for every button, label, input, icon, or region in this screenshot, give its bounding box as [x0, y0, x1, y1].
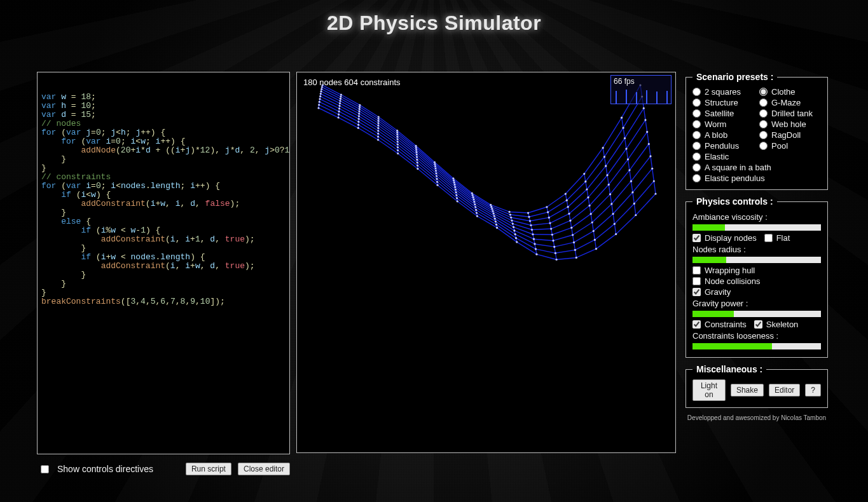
svg-line-20 [584, 174, 586, 182]
preset-radio-pool[interactable]: Pool [759, 141, 821, 151]
svg-point-391 [568, 213, 570, 215]
preset-radio-elastic-pendulus[interactable]: Elastic pendulus [692, 173, 821, 183]
preset-label: 2 squares [705, 87, 741, 97]
svg-point-466 [631, 191, 633, 193]
render-stage[interactable]: 180 nodes 604 constraints 66 fps [296, 72, 676, 453]
preset-radio-structure[interactable]: Structure [692, 98, 754, 107]
looseness-slider[interactable] [692, 343, 821, 349]
preset-radio-input[interactable] [759, 98, 768, 107]
preset-radio-2-squares[interactable]: 2 squares [692, 87, 754, 97]
preset-radio-input[interactable] [692, 163, 701, 172]
svg-point-380 [358, 111, 360, 112]
svg-line-289 [477, 213, 497, 224]
gravity-checkbox[interactable] [692, 288, 701, 296]
fps-meter: 66 fps [610, 75, 672, 104]
svg-line-6 [378, 117, 397, 130]
preset-radio-elastic[interactable]: Elastic [692, 152, 821, 161]
editor-button[interactable]: Editor [769, 384, 800, 397]
svg-point-446 [591, 221, 593, 223]
svg-point-489 [377, 139, 379, 140]
svg-point-431 [648, 143, 650, 145]
svg-point-416 [358, 115, 360, 117]
svg-point-350 [472, 194, 474, 196]
svg-line-22 [603, 148, 604, 157]
page-title: 2D Physics Simulator [0, 11, 868, 35]
svg-point-379 [339, 100, 341, 102]
svg-line-297 [555, 250, 575, 253]
svg-point-410 [588, 205, 590, 207]
preset-radio-satellite[interactable]: Satellite [692, 109, 754, 118]
preset-radio-clothe[interactable]: Clothe [759, 87, 821, 97]
help-button[interactable]: ? [805, 384, 821, 397]
fps-label: 66 fps [611, 76, 671, 87]
preset-radio-input[interactable] [692, 88, 701, 96]
svg-line-124 [569, 198, 588, 214]
svg-point-447 [610, 203, 612, 205]
preset-radio-input[interactable] [759, 120, 768, 128]
svg-line-164 [628, 159, 629, 170]
preset-radio-input[interactable] [692, 120, 701, 128]
shake-button[interactable]: Shake [731, 384, 764, 397]
preset-radio-input[interactable] [692, 98, 701, 107]
ambiance-label: Ambiance viscosity : [692, 212, 821, 222]
svg-line-85 [530, 217, 549, 220]
svg-line-63 [322, 89, 341, 98]
show-controls-checkbox[interactable] [41, 465, 49, 473]
preset-radio-input[interactable] [759, 131, 768, 139]
svg-line-306 [654, 181, 656, 194]
preset-radio-input[interactable] [759, 109, 768, 118]
preset-radio-g-maze[interactable]: G-Maze [759, 98, 821, 107]
node-collisions-checkbox[interactable] [692, 277, 701, 285]
svg-point-496 [516, 241, 518, 243]
nodes-radius-slider[interactable] [692, 257, 821, 263]
gravity-power-slider[interactable] [692, 311, 821, 317]
svg-line-305 [634, 181, 654, 203]
flat-checkbox[interactable] [764, 234, 773, 242]
svg-point-442 [513, 229, 515, 231]
preset-radio-input[interactable] [759, 142, 768, 150]
preset-radio-input[interactable] [692, 142, 701, 150]
svg-point-452 [357, 121, 359, 123]
svg-line-91 [587, 166, 606, 189]
preset-radio-input[interactable] [692, 131, 701, 139]
preset-radio-pendulus[interactable]: Pendulus [692, 141, 754, 151]
preset-radio-input[interactable] [692, 174, 701, 182]
svg-line-90 [587, 189, 588, 198]
svg-point-324 [321, 84, 323, 86]
preset-radio-input[interactable] [692, 109, 701, 118]
svg-point-472 [397, 149, 399, 151]
preset-radio-web-hole[interactable]: Web hole [759, 119, 821, 129]
svg-line-52 [548, 200, 567, 212]
svg-point-381 [377, 122, 379, 124]
svg-line-19 [565, 174, 584, 194]
light-on-button[interactable]: Light on [692, 379, 726, 401]
preset-radio-ragdoll[interactable]: RagDoll [759, 130, 821, 140]
preset-radio-a-square-in-a-bath[interactable]: A square in a bath [692, 163, 821, 172]
svg-line-207 [359, 119, 378, 131]
svg-point-443 [533, 238, 535, 240]
code-editor[interactable]: var w = 18;var h = 10;var d = 15;// node… [37, 72, 290, 454]
wrapping-hull-checkbox[interactable] [692, 266, 701, 275]
preset-radio-input[interactable] [759, 88, 768, 96]
display-nodes-checkbox[interactable] [692, 234, 701, 242]
preset-label: Elastic [705, 152, 729, 161]
show-controls-label[interactable]: Show controls directives [57, 464, 153, 474]
svg-line-54 [567, 182, 586, 201]
close-editor-button[interactable]: Close editor [238, 463, 290, 475]
preset-label: Web hole [771, 119, 806, 129]
svg-point-495 [496, 227, 498, 229]
preset-radio-worm[interactable]: Worm [692, 119, 754, 129]
svg-point-325 [340, 93, 342, 95]
svg-point-428 [590, 213, 592, 215]
run-script-button[interactable]: Run script [186, 463, 231, 475]
skeleton-checkbox[interactable] [754, 320, 762, 329]
constraints-checkbox[interactable] [692, 320, 701, 329]
svg-point-487 [338, 116, 340, 118]
preset-radio-a-blob[interactable]: A blob [692, 130, 754, 140]
svg-line-303 [614, 203, 634, 224]
preset-radio-drilled-tank[interactable]: Drilled tank [759, 109, 821, 118]
svg-point-327 [378, 116, 380, 118]
preset-radio-input[interactable] [692, 153, 701, 161]
svg-point-492 [436, 184, 438, 186]
ambiance-slider[interactable] [692, 224, 821, 231]
